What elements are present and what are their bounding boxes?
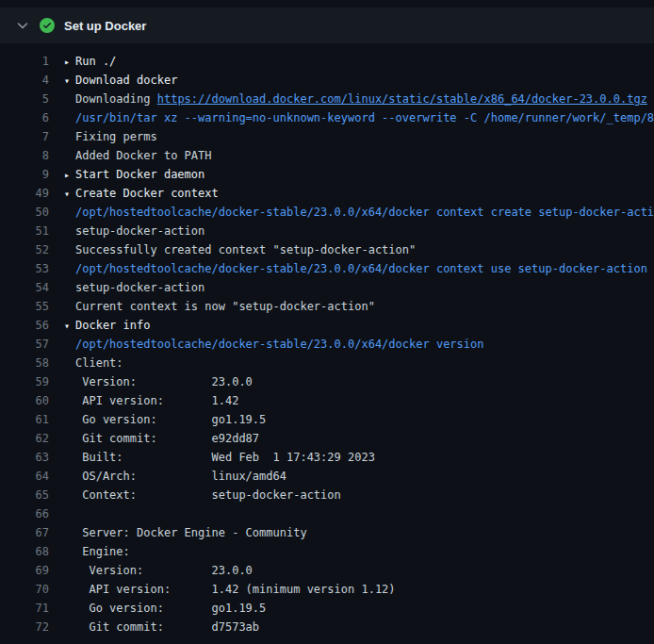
log-line: 70 API version: 1.42 (minimum version 1.… <box>0 580 654 599</box>
log-line-content: /opt/hostedtoolcache/docker-stable/23.0.… <box>64 335 483 354</box>
log-text: Client: <box>75 356 123 370</box>
log-line-content: Added Docker to PATH <box>64 146 212 165</box>
log-line-number[interactable]: 64 <box>8 467 49 486</box>
log-line-content: Current context is now "setup-docker-act… <box>64 297 375 316</box>
log-line-content: Downloading https://download.docker.com/… <box>64 90 647 108</box>
log-line-number[interactable]: 68 <box>8 542 49 561</box>
log-line-number[interactable]: 7 <box>8 127 49 146</box>
step-title: Set up Docker <box>64 19 146 33</box>
log-text: Added Docker to PATH <box>75 149 212 162</box>
triangle-expanded-icon[interactable]: ▾ <box>64 185 75 203</box>
log-line-number[interactable]: 1 <box>8 52 49 71</box>
log-line-number[interactable]: 53 <box>8 259 49 278</box>
log-text: Version: 23.0.0 <box>75 564 253 577</box>
log-line-number[interactable]: 52 <box>8 240 49 259</box>
log-text: Engine: <box>75 545 130 558</box>
log-line-content: Git commit: d7573ab <box>64 618 259 636</box>
log-line: 5Downloading https://download.docker.com… <box>0 90 654 108</box>
log-line-number[interactable]: 66 <box>8 504 49 523</box>
log-line-content: ▸Start Docker daemon <box>64 165 204 184</box>
log-line-content: setup-docker-action <box>64 222 204 240</box>
log-line-number[interactable]: 58 <box>8 354 49 372</box>
log-line-number[interactable]: 4 <box>8 71 49 90</box>
log-line-content: Client: <box>64 354 123 372</box>
log-line: 50/opt/hostedtoolcache/docker-stable/23.… <box>0 203 654 222</box>
log-line-number[interactable]: 56 <box>8 316 49 335</box>
log-text: setup-docker-action <box>75 224 204 238</box>
log-text: Context: setup-docker-action <box>75 488 341 502</box>
log-line: 66 <box>0 504 654 523</box>
log-text: Built: Wed Feb 1 17:43:29 2023 <box>75 451 375 464</box>
log-text: Git commit: e92dd87 <box>75 432 259 445</box>
log-text: API version: 1.42 (minimum version 1.12) <box>75 583 396 596</box>
log-line: 59 Version: 23.0.0 <box>0 372 654 391</box>
log-line: 6/usr/bin/tar xz --warning=no-unknown-ke… <box>0 108 654 127</box>
log-viewer: 1▸Run ./4▾Download docker5Downloading ht… <box>0 43 654 636</box>
log-line: 51setup-docker-action <box>0 222 654 240</box>
log-line: 72 Git commit: d7573ab <box>0 618 654 636</box>
log-group-line[interactable]: 1▸Run ./ <box>0 52 654 71</box>
log-line-content: ▾Docker info <box>64 316 150 335</box>
log-text: Downloading <box>75 92 157 106</box>
log-line-content: Engine: <box>64 542 130 561</box>
chevron-down-icon[interactable] <box>15 18 30 33</box>
log-line-content: Version: 23.0.0 <box>64 372 253 391</box>
log-text: OS/Arch: linux/amd64 <box>75 470 286 483</box>
triangle-collapsed-icon[interactable]: ▸ <box>64 53 75 71</box>
log-text: Docker info <box>75 319 150 332</box>
triangle-expanded-icon[interactable]: ▾ <box>64 317 75 335</box>
log-line-number[interactable]: 70 <box>8 580 49 599</box>
log-text: Download docker <box>75 74 177 87</box>
log-line-number[interactable]: 60 <box>8 391 49 410</box>
triangle-expanded-icon[interactable]: ▾ <box>64 72 75 90</box>
log-line-number[interactable]: 6 <box>8 108 49 127</box>
log-text: Go version: go1.19.5 <box>75 602 266 615</box>
log-line-content: ▾Download docker <box>64 71 177 90</box>
log-line-content: Context: setup-docker-action <box>64 486 341 504</box>
log-text: /opt/hostedtoolcache/docker-stable/23.0.… <box>75 338 483 351</box>
log-line-number[interactable]: 69 <box>8 561 49 580</box>
log-line-content: ▾Create Docker context <box>64 184 219 203</box>
log-line-content: API version: 1.42 (minimum version 1.12) <box>64 580 396 599</box>
log-line-number[interactable]: 65 <box>8 486 49 504</box>
log-line-number[interactable]: 57 <box>8 335 49 354</box>
log-line-content <box>64 504 75 523</box>
log-text: Successfully created context "setup-dock… <box>75 243 416 256</box>
log-text: Go version: go1.19.5 <box>75 413 266 426</box>
log-group-line[interactable]: 4▾Download docker <box>0 71 654 90</box>
log-line-number[interactable]: 62 <box>8 429 49 448</box>
log-group-line[interactable]: 56▾Docker info <box>0 316 654 335</box>
log-line-number[interactable]: 59 <box>8 372 49 391</box>
log-line: 57/opt/hostedtoolcache/docker-stable/23.… <box>0 335 654 354</box>
log-group-line[interactable]: 49▾Create Docker context <box>0 184 654 203</box>
log-group-line[interactable]: 9▸Start Docker daemon <box>0 165 654 184</box>
step-header[interactable]: Set up Docker <box>0 8 654 43</box>
log-link[interactable]: https://download.docker.com/linux/static… <box>157 92 647 106</box>
log-line-number[interactable]: 8 <box>8 146 49 165</box>
log-line-content: /opt/hostedtoolcache/docker-stable/23.0.… <box>64 203 654 222</box>
log-text: Create Docker context <box>75 187 219 200</box>
log-text: Fixing perms <box>75 130 157 143</box>
log-line-number[interactable]: 63 <box>8 448 49 467</box>
log-line-number[interactable]: 55 <box>8 297 49 316</box>
log-line-number[interactable]: 54 <box>8 278 49 297</box>
log-text: Start Docker daemon <box>75 168 204 181</box>
log-line-number[interactable]: 5 <box>8 90 49 108</box>
log-line-number[interactable]: 71 <box>8 599 49 618</box>
log-text: Run ./ <box>75 55 116 68</box>
log-line-number[interactable]: 51 <box>8 222 49 240</box>
log-line-content: Fixing perms <box>64 127 157 146</box>
log-text: Git commit: d7573ab <box>75 620 259 634</box>
log-line-number[interactable]: 61 <box>8 410 49 429</box>
log-line: 8Added Docker to PATH <box>0 146 654 165</box>
log-line-content: Successfully created context "setup-dock… <box>64 240 416 259</box>
log-line-number[interactable]: 49 <box>8 184 49 203</box>
log-line: 58Client: <box>0 354 654 372</box>
log-text: /usr/bin/tar xz --warning=no-unknown-key… <box>75 111 654 124</box>
log-text: /opt/hostedtoolcache/docker-stable/23.0.… <box>75 262 647 275</box>
log-line-number[interactable]: 67 <box>8 523 49 542</box>
log-line-number[interactable]: 72 <box>8 618 49 636</box>
log-line-number[interactable]: 50 <box>8 203 49 222</box>
log-line-number[interactable]: 9 <box>8 165 49 184</box>
triangle-collapsed-icon[interactable]: ▸ <box>64 166 75 184</box>
